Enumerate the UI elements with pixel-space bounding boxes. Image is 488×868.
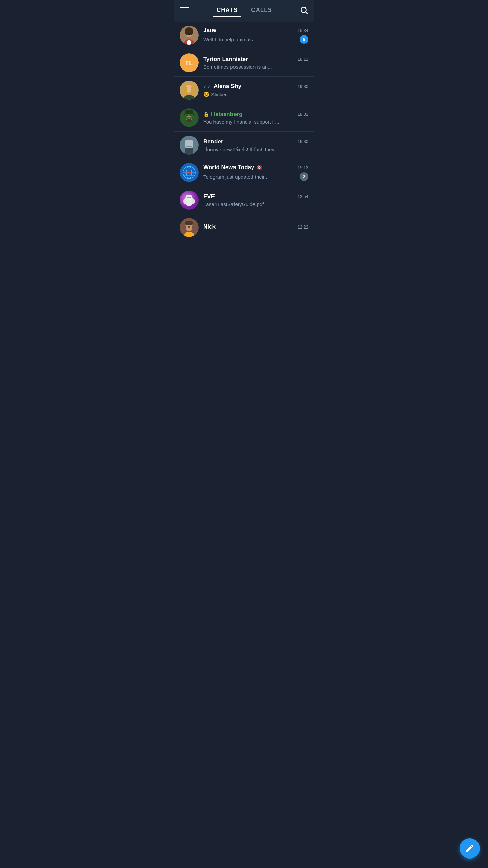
chat-content: World News Today 🔇 15:12 Telegram just u… — [203, 164, 308, 181]
avatar — [180, 191, 199, 210]
svg-point-27 — [186, 119, 192, 122]
contact-name: EVE — [203, 193, 215, 200]
list-item[interactable]: TL Tyrion Lannister 18:12 Sometimes poss… — [174, 49, 314, 77]
contact-name: Tyrion Lannister — [203, 56, 248, 63]
message-preview: 😍 Sticker — [203, 91, 308, 97]
chat-header-row: ✓✓ Alena Shy 19:30 — [203, 83, 308, 90]
svg-point-32 — [186, 142, 188, 144]
svg-point-33 — [190, 142, 192, 144]
svg-rect-25 — [189, 117, 192, 119]
contact-name: Nick — [203, 223, 216, 230]
list-item[interactable]: Bender 16:30 I looove new Pixels! If fac… — [174, 132, 314, 159]
message-time: 19:30 — [297, 84, 308, 89]
svg-rect-34 — [186, 146, 192, 147]
svg-rect-36 — [185, 148, 193, 155]
lock-icon: 🔒 — [203, 112, 209, 117]
tab-calls[interactable]: CALLS — [251, 7, 272, 15]
svg-point-48 — [187, 197, 189, 198]
message-preview: Well I do help animals. — [203, 37, 255, 42]
search-button[interactable] — [300, 6, 308, 16]
message-preview: Sometimes possession is an... — [203, 64, 308, 70]
message-time: 15:34 — [297, 28, 308, 33]
message-preview: Telegram just updated their... — [203, 174, 269, 180]
avatar: WNT — [180, 163, 199, 182]
chat-header-row: EVE 12:54 — [203, 193, 308, 200]
tab-chats[interactable]: CHATS — [217, 7, 238, 15]
message-time: 18:32 — [297, 112, 308, 117]
unread-badge: 2 — [300, 172, 308, 181]
chat-list: Jane 15:34 Well I do help animals. 5 TL … — [174, 22, 314, 241]
list-item[interactable]: Jane 15:34 Well I do help animals. 5 — [174, 22, 314, 49]
chat-content: Tyrion Lannister 18:12 Sometimes possess… — [203, 56, 308, 70]
svg-text:TL: TL — [185, 59, 193, 67]
message-time: 15:12 — [297, 165, 308, 170]
avatar — [180, 136, 199, 155]
app-header: CHATS CALLS — [174, 0, 314, 22]
svg-text:WNT: WNT — [185, 171, 193, 175]
chat-content: ✓✓ Alena Shy 19:30 😍 Sticker — [203, 83, 308, 97]
list-item[interactable]: ✓✓ Alena Shy 19:30 😍 Sticker — [174, 77, 314, 104]
message-time: 18:12 — [297, 57, 308, 62]
avatar — [180, 26, 199, 45]
list-item[interactable]: EVE 12:54 LaserBlastSafetyGuide.pdf — [174, 186, 314, 214]
chat-header-row: Jane 15:34 — [203, 27, 308, 34]
avatar: TL — [180, 53, 199, 72]
message-time: 16:30 — [297, 139, 308, 144]
list-item[interactable]: WNT World News Today 🔇 15:12 Telegram ju… — [174, 159, 314, 186]
svg-point-49 — [189, 197, 191, 198]
message-preview: You have my financial support if... — [203, 119, 308, 125]
avatar — [180, 108, 199, 127]
svg-rect-24 — [186, 117, 189, 119]
chat-header-row: Bender 16:30 — [203, 138, 308, 145]
unread-badge: 5 — [300, 35, 308, 44]
read-receipt-icon: ✓✓ — [203, 84, 211, 89]
contact-name: 🔒 Heisenberg — [203, 111, 243, 118]
contact-name: Alena Shy — [214, 83, 241, 90]
chat-content: Nick 12:22 — [203, 223, 308, 232]
svg-rect-17 — [191, 87, 194, 95]
chat-content: Jane 15:34 Well I do help animals. 5 — [203, 27, 308, 44]
avatar — [180, 218, 199, 237]
tab-bar: CHATS CALLS — [195, 7, 294, 15]
contact-name: World News Today 🔇 — [203, 164, 262, 171]
list-item[interactable]: Nick 12:22 — [174, 214, 314, 241]
chat-header-row: Nick 12:22 — [203, 223, 308, 230]
chat-content: EVE 12:54 LaserBlastSafetyGuide.pdf — [203, 193, 308, 207]
chat-content: 🔒 Heisenberg 18:32 You have my financial… — [203, 111, 308, 125]
svg-point-50 — [183, 199, 186, 204]
message-preview: I looove new Pixels! If fact, they... — [203, 146, 308, 152]
mute-icon: 🔇 — [257, 165, 262, 170]
svg-point-54 — [185, 221, 193, 225]
contact-name: Jane — [203, 27, 217, 34]
message-preview: LaserBlastSafetyGuide.pdf — [203, 201, 308, 207]
contact-name: Bender — [203, 138, 223, 145]
chat-header-row: Tyrion Lannister 18:12 — [203, 56, 308, 63]
svg-point-51 — [192, 199, 195, 204]
message-time: 12:22 — [297, 224, 308, 230]
menu-button[interactable] — [180, 7, 189, 14]
svg-rect-22 — [185, 114, 193, 115]
chat-header-row: World News Today 🔇 15:12 — [203, 164, 308, 171]
chat-content: Bender 16:30 I looove new Pixels! If fac… — [203, 138, 308, 152]
avatar — [180, 81, 199, 100]
message-time: 12:54 — [297, 194, 308, 199]
svg-line-1 — [306, 12, 307, 14]
list-item[interactable]: 🔒 Heisenberg 18:32 You have my financial… — [174, 104, 314, 132]
svg-rect-16 — [184, 87, 187, 95]
chat-header-row: 🔒 Heisenberg 18:32 — [203, 111, 308, 118]
